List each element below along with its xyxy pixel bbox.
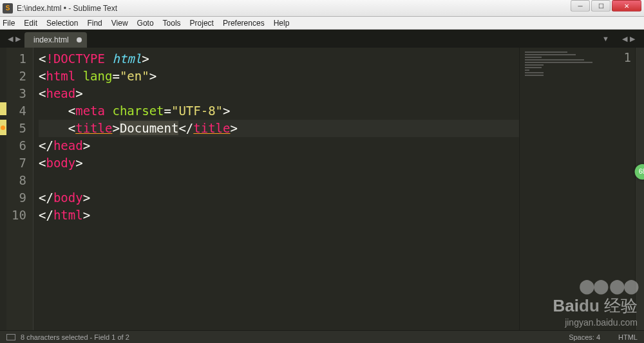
status-syntax[interactable]: HTML [618, 333, 638, 341]
tab-strip: ◀ ▶ index.html ▼ ◀ ▶ [0, 30, 644, 48]
line-number[interactable]: 5 [6, 120, 26, 137]
menu-project[interactable]: Project [190, 19, 214, 28]
tab-overflow-nav[interactable]: ▼ ◀ ▶ [598, 30, 639, 48]
panel-switcher-icon[interactable] [6, 334, 15, 340]
minimize-button[interactable]: ─ [571, 0, 590, 12]
line-number[interactable]: 4 [6, 102, 26, 120]
vertical-scrollbar[interactable] [635, 48, 644, 330]
menu-help[interactable]: Help [274, 19, 290, 28]
nav-forward-icon[interactable]: ▶ [15, 35, 21, 43]
gutter-marks [0, 48, 6, 330]
menu-tools[interactable]: Tools [163, 19, 181, 28]
code-line[interactable]: </body> [39, 189, 519, 207]
code-area[interactable]: <!DOCTYPE html><html lang="en"><head> <m… [33, 48, 519, 330]
status-selection: 8 characters selected - Field 1 of 2 [21, 333, 129, 341]
bookmark-icon [1, 125, 5, 130]
window-controls: ─ ☐ ✕ [569, 0, 641, 16]
line-number[interactable]: 2 [6, 68, 26, 85]
menu-find[interactable]: Find [87, 19, 102, 28]
menu-bar: File Edit Selection Find View Goto Tools… [0, 17, 644, 30]
pane-nav-forward-icon[interactable]: ▶ [630, 35, 635, 43]
status-bar: 8 characters selected - Field 1 of 2 Spa… [0, 330, 644, 343]
code-line[interactable]: <!DOCTYPE html> [39, 50, 519, 68]
code-line[interactable]: <body> [39, 154, 519, 172]
maximize-button[interactable]: ☐ [591, 0, 611, 12]
tab-dirty-indicator-icon [77, 37, 82, 42]
menu-selection[interactable]: Selection [46, 19, 78, 28]
tab-history-nav[interactable]: ◀ ▶ [4, 30, 24, 48]
menu-edit[interactable]: Edit [24, 19, 37, 28]
menu-file[interactable]: File [3, 19, 15, 28]
line-number[interactable]: 1 [6, 50, 26, 68]
modified-region-mark [0, 102, 6, 115]
line-number[interactable]: 10 [6, 207, 26, 224]
chevron-down-icon[interactable]: ▼ [602, 35, 609, 42]
pane-nav-back-icon[interactable]: ◀ [622, 35, 627, 43]
code-line[interactable]: </html> [39, 207, 519, 224]
tab-index-html[interactable]: index.html [24, 32, 87, 48]
line-number[interactable]: 3 [6, 85, 26, 102]
line-number-gutter[interactable]: 1 2 3 4 5 6 7 8 9 10 [6, 48, 33, 330]
line-number[interactable]: 6 [6, 137, 26, 154]
close-button[interactable]: ✕ [612, 0, 641, 12]
code-line[interactable]: </head> [39, 137, 519, 154]
minimap-line-number: 1 [624, 50, 631, 64]
app-icon: S [3, 3, 13, 14]
code-line[interactable]: <meta charset="UTF-8"> [39, 102, 519, 120]
selected-text: Document [120, 121, 179, 135]
window-titlebar: S E:\index.html • - Sublime Text ─ ☐ ✕ [0, 0, 644, 17]
menu-view[interactable]: View [111, 19, 128, 28]
editor: 1 2 3 4 5 6 7 8 9 10 <!DOCTYPE html><htm… [0, 48, 644, 330]
code-line[interactable] [39, 172, 519, 189]
line-number[interactable]: 7 [6, 154, 26, 172]
status-indent[interactable]: Spaces: 4 [569, 333, 600, 341]
menu-preferences[interactable]: Preferences [223, 19, 265, 28]
code-line[interactable]: <head> [39, 85, 519, 102]
menu-goto[interactable]: Goto [137, 19, 154, 28]
minimap[interactable]: 1 [519, 48, 635, 330]
code-line[interactable]: <title>Document</title> [39, 120, 519, 137]
line-number[interactable]: 9 [6, 189, 26, 207]
nav-back-icon[interactable]: ◀ [8, 35, 13, 43]
tab-label: index.html [33, 35, 69, 44]
minimap-preview [525, 51, 609, 77]
code-line[interactable]: <html lang="en"> [39, 68, 519, 85]
window-title: E:\index.html • - Sublime Text [17, 4, 569, 13]
line-number[interactable]: 8 [6, 172, 26, 189]
